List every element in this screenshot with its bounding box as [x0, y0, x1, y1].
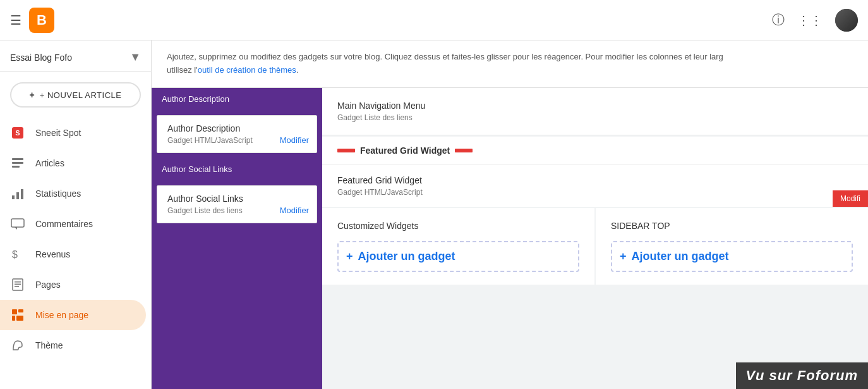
author-social-title: Author Social Links	[167, 194, 306, 204]
svg-rect-16	[18, 309, 23, 312]
featured-title: Featured Grid Widget	[360, 145, 450, 156]
blog-name: Essai Blog Fofo	[10, 52, 130, 63]
sidebar-label-comments: Commentaires	[35, 219, 136, 229]
sidebar-label-pages: Pages	[35, 280, 136, 290]
info-text2: utilisez l'	[167, 65, 198, 75]
red-bar-right	[455, 149, 473, 152]
author-social-modifier-button[interactable]: Modifier	[280, 206, 309, 215]
sidebar-item-comments[interactable]: Commentaires	[0, 209, 146, 239]
featured-gadget-type: Gadget HTML/JavaScript	[337, 188, 853, 197]
revenues-icon: $	[10, 247, 25, 262]
topbar-right: ⓘ ⋮⋮	[772, 9, 858, 32]
nav-menu-item[interactable]: Main Navigation Menu Gadget Liste des li…	[322, 88, 868, 135]
sidebar-top-col: SIDEBAR TOP + Ajouter un gadget	[596, 208, 868, 285]
main-content: Ajoutez, supprimez ou modifiez des gadge…	[152, 40, 868, 389]
sidebar-label-theme: Thème	[35, 340, 136, 350]
sidebar-item-mise-en-page[interactable]: Mise en page	[0, 300, 146, 330]
apps-grid-icon[interactable]: ⋮⋮	[797, 13, 823, 28]
info-text: Ajoutez, supprimez ou modifiez des gadge…	[167, 52, 723, 61]
content-area: Author Description Author Description Ga…	[152, 88, 868, 389]
new-article-button[interactable]: + + NOUVEL ARTICLE	[10, 82, 141, 108]
stats-icon	[10, 186, 25, 201]
featured-section: Featured Grid Widget Featured Grid Widge…	[322, 137, 868, 207]
sidebar-label-stats: Statistiques	[35, 188, 136, 199]
mise-en-page-icon	[10, 307, 25, 323]
add-gadget-col2[interactable]: + Ajouter un gadget	[611, 241, 853, 272]
author-desc-title: Author Description	[167, 123, 306, 133]
theme-icon	[10, 338, 25, 353]
sidebar-item-articles[interactable]: Articles	[0, 148, 146, 178]
author-desc-card[interactable]: Author Description Gadget HTML/JavaScrip…	[157, 115, 317, 153]
svg-rect-7	[21, 189, 23, 199]
nav-menu-section: Main Navigation Menu Gadget Liste des li…	[322, 88, 868, 135]
svg-rect-17	[12, 316, 15, 321]
add-gadget-label-col1: Ajouter un gadget	[358, 250, 455, 263]
sidebar-item-sneeit[interactable]: S Sneeit Spot	[0, 118, 146, 148]
svg-text:$: $	[12, 249, 18, 260]
info-bar: Ajoutez, supprimez ou modifiez des gadge…	[152, 40, 868, 88]
nav-menu-title: Main Navigation Menu	[337, 101, 853, 111]
avatar[interactable]	[835, 9, 858, 32]
featured-modifier-button[interactable]: Modifi	[833, 190, 868, 207]
svg-rect-3	[12, 162, 23, 164]
sidebar-item-stats[interactable]: Statistiques	[0, 178, 146, 209]
customized-widgets-title: Customized Widgets	[337, 221, 579, 231]
svg-rect-12	[15, 281, 21, 283]
author-social-header: Author Social Links	[152, 158, 322, 180]
featured-gadget-title: Featured Grid Widget	[337, 175, 853, 185]
help-icon[interactable]: ⓘ	[772, 11, 785, 28]
sidebar-label-mise-en-page: Mise en page	[35, 310, 136, 320]
articles-icon	[10, 156, 25, 171]
sidebar-item-revenues[interactable]: $ Revenus	[0, 239, 146, 269]
blog-selector[interactable]: Essai Blog Fofo ▼	[0, 40, 151, 72]
sneeit-icon: S	[10, 125, 25, 140]
theme-builder-link[interactable]: outil de création de thèmes	[198, 65, 296, 75]
sidebar-top-title: SIDEBAR TOP	[611, 221, 853, 231]
author-social-card[interactable]: Author Social Links Gadget Liste des lie…	[157, 185, 317, 223]
author-desc-modifier-button[interactable]: Modifier	[280, 135, 309, 145]
topbar: ☰ B ⓘ ⋮⋮	[0, 0, 868, 40]
add-gadget-label-col2: Ajouter un gadget	[632, 250, 729, 263]
right-panel: Main Navigation Menu Gadget Liste des li…	[322, 88, 868, 389]
blogger-logo: B	[29, 8, 54, 33]
hamburger-icon[interactable]: ☰	[10, 13, 21, 28]
sidebar-item-pages[interactable]: Pages	[0, 269, 146, 300]
plus-icon-col1: +	[346, 250, 353, 263]
sidebar-label-revenues: Revenus	[35, 249, 136, 259]
plus-icon-col2: +	[620, 250, 627, 263]
featured-header: Featured Grid Widget	[322, 137, 868, 165]
watermark: Vu sur Foforum	[736, 362, 868, 389]
chevron-down-icon: ▼	[130, 51, 141, 64]
author-desc-header: Author Description	[152, 88, 322, 110]
sidebar-label-sneeit: Sneeit Spot	[35, 128, 136, 138]
svg-rect-8	[11, 219, 24, 227]
avatar-image	[835, 9, 858, 32]
svg-rect-6	[16, 192, 19, 199]
svg-rect-18	[16, 316, 23, 321]
topbar-left: ☰ B	[10, 8, 54, 33]
svg-rect-2	[12, 158, 23, 160]
svg-rect-4	[12, 166, 20, 168]
add-gadget-col1[interactable]: + Ajouter un gadget	[337, 241, 579, 272]
svg-text:S: S	[15, 129, 20, 137]
pages-icon	[10, 277, 25, 292]
bottom-sections: Customized Widgets + Ajouter un gadget S…	[322, 208, 868, 285]
nav-menu-type: Gadget Liste des liens	[337, 113, 853, 122]
svg-rect-15	[12, 309, 17, 314]
svg-rect-13	[15, 284, 21, 285]
sidebar-label-articles: Articles	[35, 158, 136, 168]
featured-gadget[interactable]: Featured Grid Widget Gadget HTML/JavaScr…	[322, 165, 868, 207]
svg-rect-5	[12, 195, 15, 199]
left-panel: Author Description Author Description Ga…	[152, 88, 322, 389]
red-bar-left	[337, 149, 355, 152]
sidebar: Essai Blog Fofo ▼ + + NOUVEL ARTICLE S S…	[0, 40, 152, 389]
comments-icon	[10, 216, 25, 232]
sidebar-item-theme[interactable]: Thème	[0, 330, 146, 361]
svg-rect-14	[15, 286, 19, 287]
customized-widgets-col: Customized Widgets + Ajouter un gadget	[322, 208, 594, 285]
